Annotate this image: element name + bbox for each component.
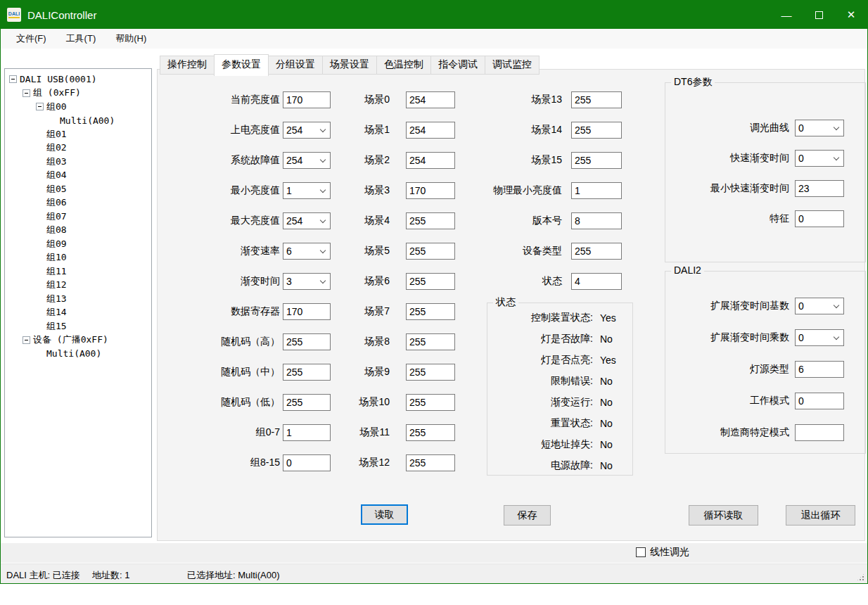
tab[interactable]: 参数设置 — [214, 54, 269, 76]
tree-item[interactable]: 组01 — [5, 127, 151, 141]
exit-loop-button[interactable]: 退出循环 — [786, 505, 855, 526]
menu-item[interactable]: 文件(F) — [9, 30, 53, 48]
tree-item[interactable]: 组09 — [5, 237, 151, 251]
statusbar-address-count: 地址数: 1 — [92, 569, 129, 582]
param-value-box[interactable]: 1 — [283, 424, 331, 441]
param-value-box[interactable]: 0 — [795, 120, 844, 136]
scene-value-input[interactable]: 254 — [406, 122, 455, 139]
scene-value-input[interactable]: 254 — [406, 152, 455, 169]
resize-grip[interactable] — [856, 573, 865, 582]
status-value: No — [600, 333, 613, 345]
param-row: 随机码（中） 255 — [165, 357, 331, 387]
minimize-button[interactable]: — — [770, 1, 803, 29]
scene-value-input[interactable]: 255 — [406, 424, 455, 441]
param-value-box[interactable]: 254 — [283, 212, 331, 229]
param-label: 系统故障值 — [165, 154, 283, 167]
tree-item[interactable]: 组03 — [5, 155, 151, 169]
tree-item[interactable]: 组02 — [5, 141, 151, 155]
tree-item[interactable]: 组 (0xFF) — [5, 87, 151, 101]
scene-value-input[interactable]: 255 — [406, 243, 455, 260]
close-button[interactable]: ✕ — [835, 1, 867, 29]
status-value: No — [600, 418, 613, 429]
tree-item[interactable]: 组06 — [5, 196, 151, 210]
linear-dimming-checkbox[interactable] — [636, 547, 646, 557]
maximize-button[interactable] — [803, 1, 835, 29]
tree-item[interactable]: 组13 — [5, 292, 151, 306]
param-label: 最小快速渐变时间 — [665, 182, 795, 195]
param-value-box[interactable]: 255 — [571, 122, 622, 139]
tree-item[interactable]: 组04 — [5, 169, 151, 183]
scene-value-input[interactable]: 255 — [406, 394, 455, 411]
param-value-box[interactable]: 8 — [571, 212, 622, 229]
scene-value-input[interactable]: 255 — [406, 454, 455, 471]
tree-item[interactable]: 组10 — [5, 251, 151, 265]
scene-value-input[interactable]: 255 — [406, 273, 455, 290]
param-value-box[interactable]: 254 — [283, 152, 331, 169]
scene-value-input[interactable]: 255 — [406, 333, 455, 350]
tree-item[interactable]: 组07 — [5, 210, 151, 224]
tab[interactable]: 指令调试 — [430, 56, 485, 75]
tree-item-label: 组03 — [46, 155, 67, 168]
param-value-box[interactable]: 170 — [283, 303, 331, 320]
tree-item[interactable]: 组12 — [5, 279, 151, 293]
scene-value-input[interactable]: 255 — [406, 303, 455, 320]
param-value-box[interactable]: 4 — [571, 273, 622, 290]
param-value-box[interactable]: 0 — [795, 393, 844, 409]
param-value-box[interactable]: 0 — [795, 150, 844, 167]
menu-item[interactable]: 帮助(H) — [108, 30, 153, 48]
param-value-box[interactable]: 23 — [795, 180, 844, 197]
param-value-box[interactable]: 1 — [283, 182, 331, 199]
tree-item[interactable]: 组14 — [5, 306, 151, 320]
read-button[interactable]: 读取 — [361, 504, 408, 525]
tree-item[interactable]: DALI USB(0001) — [5, 72, 151, 87]
param-row: 渐变时间 3 — [165, 266, 331, 296]
tab[interactable]: 场景设置 — [322, 56, 377, 75]
param-value-box[interactable]: 3 — [283, 273, 331, 290]
tree-expander-icon[interactable] — [36, 103, 44, 110]
scene-value-input[interactable]: 254 — [406, 91, 455, 108]
tree-item[interactable]: 组08 — [5, 224, 151, 238]
tree-expander-icon[interactable] — [9, 75, 17, 83]
tree-expander-icon[interactable] — [23, 89, 30, 97]
param-value-box[interactable]: 255 — [571, 152, 622, 169]
scene-value-input[interactable]: 255 — [406, 212, 455, 229]
param-value-box[interactable]: 0 — [795, 329, 844, 346]
param-value-box[interactable]: 0 — [795, 210, 844, 227]
linear-dimming-option[interactable]: 线性调光 — [636, 546, 689, 559]
tree-item[interactable]: 组11 — [5, 265, 151, 279]
scene-value-input[interactable]: 255 — [406, 364, 455, 381]
menu-item[interactable]: 工具(T) — [59, 30, 103, 48]
param-value-box[interactable] — [795, 424, 844, 441]
tree-item[interactable]: Multi(A00) — [5, 347, 151, 361]
tab[interactable]: 调试监控 — [485, 56, 540, 75]
param-value-box[interactable]: 0 — [795, 298, 844, 314]
param-value-box[interactable]: 6 — [795, 361, 844, 378]
tree-item[interactable]: Multi(A00) — [5, 114, 151, 128]
tree-expander-icon[interactable] — [23, 336, 30, 344]
save-button[interactable]: 保存 — [504, 505, 551, 526]
chevron-down-icon — [320, 156, 326, 162]
tree-item[interactable]: 组05 — [5, 182, 151, 196]
maximize-icon — [815, 11, 823, 19]
param-value-box[interactable]: 255 — [571, 243, 622, 260]
tab[interactable]: 色温控制 — [376, 56, 431, 75]
scene-value-input[interactable]: 170 — [406, 182, 455, 199]
tree-item[interactable]: 组00 — [5, 100, 151, 114]
tree-item[interactable]: 设备 (广播0xFF) — [5, 333, 151, 348]
tab[interactable]: 分组设置 — [268, 56, 323, 75]
param-value-box[interactable]: 255 — [571, 91, 622, 108]
scene-row: 场景10 255 — [336, 387, 455, 417]
param-value-box[interactable]: 0 — [283, 454, 331, 471]
param-value-box[interactable]: 1 — [571, 182, 622, 199]
param-value-box[interactable]: 254 — [283, 122, 331, 139]
param-value-box[interactable]: 170 — [283, 91, 331, 108]
tree-item[interactable]: 组15 — [5, 319, 151, 333]
scene-label: 场景8 — [336, 336, 406, 348]
param-value-box[interactable]: 255 — [283, 394, 331, 411]
loop-read-button[interactable]: 循环读取 — [689, 505, 758, 526]
param-value-box[interactable]: 255 — [283, 333, 331, 350]
param-value-box[interactable]: 255 — [283, 364, 331, 381]
param-row: 最小亮度值 1 — [165, 175, 331, 205]
tab[interactable]: 操作控制 — [160, 56, 215, 75]
param-value-box[interactable]: 6 — [283, 243, 331, 260]
